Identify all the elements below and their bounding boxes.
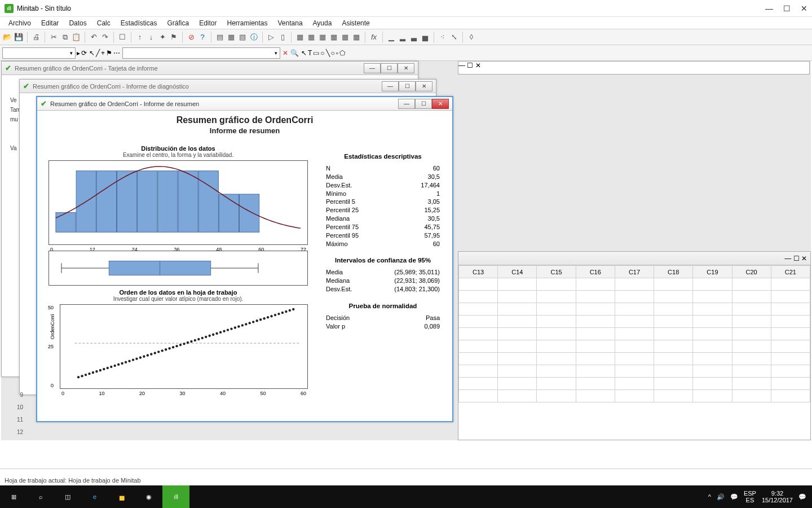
cell[interactable] [615, 316, 654, 328]
cell[interactable] [693, 340, 732, 353]
max-icon[interactable]: ☐ [415, 99, 432, 109]
menu-herramientas[interactable]: Herramientas [222, 18, 273, 28]
cell[interactable] [459, 278, 498, 291]
table2-icon[interactable]: ▦ [306, 32, 316, 42]
chrome-icon[interactable]: ◉ [135, 485, 162, 508]
cell[interactable] [654, 353, 693, 365]
maximize-button[interactable]: ☐ [783, 4, 791, 13]
cell[interactable] [576, 353, 615, 365]
cell[interactable] [537, 390, 576, 402]
cell[interactable] [576, 291, 615, 303]
line-tool-icon[interactable]: ╱ [96, 49, 100, 57]
tray-lang[interactable]: ESP [744, 490, 756, 497]
menu-calc[interactable]: Calc [92, 18, 116, 28]
menu-estadísticas[interactable]: Estadísticas [116, 18, 162, 28]
up-arrow-icon[interactable]: ↑ [135, 32, 145, 42]
cell[interactable] [615, 353, 654, 365]
variable-selector[interactable] [2, 47, 76, 59]
chart4-icon[interactable]: ▅ [420, 32, 430, 42]
min-icon[interactable]: — [364, 63, 381, 73]
table4-icon[interactable]: ▦ [329, 32, 339, 42]
undo-icon[interactable]: ↶ [89, 32, 99, 42]
pointer2-icon[interactable]: ↖ [301, 49, 307, 57]
marker2-icon[interactable]: ▫ [336, 49, 338, 57]
chart3-icon[interactable]: ▃ [409, 32, 419, 42]
min-icon[interactable]: — [784, 255, 791, 262]
menu-archivo[interactable]: Archivo [3, 18, 36, 28]
fx-icon[interactable]: fx [369, 32, 379, 42]
t-icon[interactable]: ▸ [77, 49, 80, 57]
cell[interactable] [771, 278, 810, 291]
table1-icon[interactable]: ▦ [295, 32, 305, 42]
menu-editor[interactable]: Editor [194, 18, 222, 28]
notifications-icon[interactable]: 💬 [798, 493, 806, 501]
cell[interactable] [693, 365, 732, 378]
text-tool-icon[interactable]: T [308, 49, 312, 57]
cell[interactable] [771, 303, 810, 316]
cell[interactable] [537, 328, 576, 340]
col-header[interactable]: C19 [693, 266, 732, 278]
cell[interactable] [771, 291, 810, 303]
menu-ayuda[interactable]: Ayuda [308, 18, 337, 28]
cell[interactable] [615, 278, 654, 291]
cell[interactable] [732, 340, 771, 353]
col-header[interactable]: C21 [771, 266, 810, 278]
close-button[interactable]: ✕ [801, 4, 807, 13]
cell[interactable] [537, 291, 576, 303]
table6-icon[interactable]: ▦ [351, 32, 361, 42]
cell[interactable] [732, 316, 771, 328]
minitab-taskbar-icon[interactable]: ıll [162, 485, 189, 508]
max-icon[interactable]: ☐ [467, 62, 473, 69]
cell[interactable] [693, 291, 732, 303]
cell[interactable] [498, 340, 537, 353]
volume-icon[interactable]: 🔊 [717, 493, 725, 501]
cell[interactable] [459, 353, 498, 365]
col-header[interactable]: C17 [615, 266, 654, 278]
cell[interactable] [654, 365, 693, 378]
taskview-icon[interactable]: ◫ [54, 485, 81, 508]
cell[interactable] [576, 390, 615, 402]
polygon-icon[interactable]: ⬠ [339, 49, 345, 57]
next-icon[interactable]: ▷ [266, 32, 276, 42]
table3-icon[interactable]: ▦ [317, 32, 328, 42]
cell[interactable] [771, 328, 810, 340]
search-icon[interactable]: ⌕ [27, 485, 54, 508]
polyline-icon[interactable]: ○ [331, 49, 335, 57]
rect-tool-icon[interactable]: ▭ [313, 49, 319, 57]
cell[interactable] [459, 340, 498, 353]
cell[interactable] [459, 328, 498, 340]
min-icon[interactable]: — [398, 99, 415, 109]
cell[interactable] [537, 278, 576, 291]
cell[interactable] [693, 303, 732, 316]
cell[interactable] [732, 291, 771, 303]
cell[interactable] [459, 365, 498, 378]
edge-icon[interactable]: e [81, 485, 108, 508]
cell[interactable] [615, 365, 654, 378]
close-icon[interactable]: ✕ [398, 63, 414, 73]
cell[interactable] [537, 353, 576, 365]
help-icon[interactable]: ? [197, 32, 208, 42]
cell[interactable] [459, 303, 498, 316]
cell[interactable] [459, 390, 498, 402]
cell[interactable] [459, 291, 498, 303]
flag2-icon[interactable]: ⚑ [106, 49, 112, 57]
cell[interactable] [498, 316, 537, 328]
cell[interactable] [654, 390, 693, 402]
cell[interactable] [693, 278, 732, 291]
table5-icon[interactable]: ▦ [340, 32, 350, 42]
cell[interactable] [537, 316, 576, 328]
cell[interactable] [576, 278, 615, 291]
cell[interactable] [498, 278, 537, 291]
cell[interactable] [459, 378, 498, 390]
menu-editar[interactable]: Editar [36, 18, 64, 28]
cell[interactable] [576, 303, 615, 316]
cell[interactable] [654, 316, 693, 328]
open-icon[interactable]: 📂 [2, 32, 12, 42]
explorer-icon[interactable]: ▅ [108, 485, 135, 508]
session-icon[interactable]: ▤ [215, 32, 225, 42]
more-icon[interactable]: ⋯ [113, 49, 120, 57]
info-icon[interactable]: ⓘ [249, 32, 259, 42]
cell[interactable] [576, 378, 615, 390]
cell[interactable] [498, 328, 537, 340]
close-icon[interactable]: ✕ [432, 99, 449, 109]
